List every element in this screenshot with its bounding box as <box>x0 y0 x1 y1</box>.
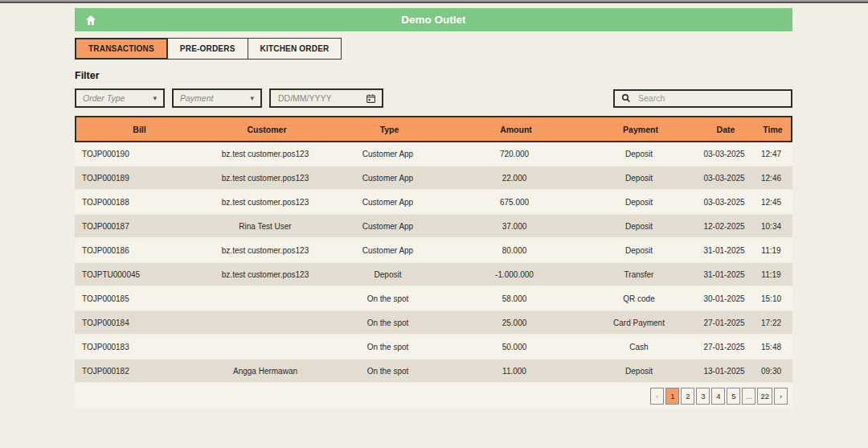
cell-type: Customer App <box>330 166 446 189</box>
search-input[interactable] <box>637 92 784 104</box>
cell-time: 12:47 <box>753 142 789 165</box>
cell-bill: TOJP000189 <box>75 166 201 189</box>
cell-time: 15:48 <box>753 335 789 358</box>
table-row[interactable]: TOJP000188 bz.test customer.pos123 Custo… <box>75 191 792 213</box>
table-row[interactable]: TOJP000184 On the spot 25.000 Card Payme… <box>75 311 792 334</box>
cell-customer: bz.test customer.pos123 <box>201 239 330 261</box>
cell-customer <box>201 311 330 334</box>
chevron-down-icon: ▾ <box>153 94 157 102</box>
window-edge-strip <box>0 0 868 3</box>
pagination-page-1[interactable]: 1 <box>665 388 679 405</box>
order-type-select[interactable]: Order Type ▾ <box>75 88 165 108</box>
pagination-page-5[interactable]: 5 <box>727 388 740 405</box>
cell-date: 27-01-2025 <box>695 335 753 358</box>
home-icon <box>84 14 97 27</box>
cell-type: Deposit <box>330 263 446 286</box>
cell-bill: TOJP000186 <box>75 239 201 261</box>
column-header-bill: Bill <box>76 117 203 141</box>
cell-time: 11:19 <box>753 239 789 261</box>
cell-payment: Deposit <box>583 166 695 189</box>
cell-bill: TOJPTU000045 <box>75 263 201 286</box>
cell-payment: Deposit <box>583 142 695 165</box>
cell-date: 30-01-2025 <box>695 287 753 310</box>
cell-time: 09:30 <box>753 360 789 382</box>
search-icon <box>621 93 631 103</box>
cell-amount: 720.000 <box>446 142 583 165</box>
pagination-prev-button[interactable]: ‹ <box>650 388 664 405</box>
cell-date: 13-01-2025 <box>695 360 753 382</box>
cell-payment: Deposit <box>583 191 695 213</box>
cell-amount: 25.000 <box>446 311 583 334</box>
table-row[interactable]: TOJP000189 bz.test customer.pos123 Custo… <box>75 166 792 189</box>
cell-amount: 675.000 <box>446 191 583 213</box>
cell-customer <box>201 287 330 310</box>
cell-time: 15:10 <box>753 287 789 310</box>
pagination-page-4[interactable]: 4 <box>711 388 725 405</box>
cell-time: 11:19 <box>753 263 789 286</box>
app-header: Demo Outlet <box>75 8 792 31</box>
home-button[interactable] <box>82 11 100 29</box>
cell-bill: TOJP000185 <box>75 287 201 310</box>
tab-transactions[interactable]: TRANSACTIONS <box>75 38 168 60</box>
pagination-next-button[interactable]: › <box>774 388 788 405</box>
pagination: ‹ 1 2 3 4 5 ... 22 › <box>649 388 788 405</box>
cell-type: Customer App <box>330 191 446 213</box>
column-header-customer: Customer <box>203 117 331 141</box>
payment-select[interactable]: Payment ▾ <box>172 88 262 108</box>
tab-pre-orders[interactable]: PRE-ORDERS <box>167 38 248 60</box>
cell-amount: 50.000 <box>446 335 583 358</box>
cell-date: 03-03-2025 <box>695 166 753 189</box>
cell-date: 03-03-2025 <box>695 191 753 213</box>
page-title: Demo Outlet <box>75 14 792 26</box>
table-row[interactable]: TOJPTU000045 bz.test customer.pos123 Dep… <box>75 263 792 286</box>
search-box[interactable] <box>613 89 792 108</box>
tab-kitchen-order[interactable]: KITCHEN ORDER <box>248 38 342 60</box>
calendar-icon[interactable] <box>366 93 376 104</box>
cell-customer: Rina Test User <box>201 215 330 237</box>
cell-amount: -1.000.000 <box>446 263 583 286</box>
cell-type: Customer App <box>330 142 446 165</box>
cell-payment: Card Payment <box>583 311 695 334</box>
pagination-page-3[interactable]: 3 <box>696 388 710 405</box>
column-header-time: Time <box>755 117 791 141</box>
table-row[interactable]: TOJP000190 bz.test customer.pos123 Custo… <box>75 142 792 165</box>
app-container: Demo Outlet TRANSACTIONS PRE-ORDERS KITC… <box>75 8 792 409</box>
cell-type: On the spot <box>330 287 446 310</box>
cell-amount: 80.000 <box>446 239 583 261</box>
table-header-row: Bill Customer Type Amount Payment Date T… <box>75 116 792 142</box>
cell-type: On the spot <box>330 311 446 334</box>
filter-heading: Filter <box>75 70 792 81</box>
payment-placeholder: Payment <box>180 93 213 103</box>
cell-type: On the spot <box>330 335 446 358</box>
date-input[interactable] <box>276 92 353 104</box>
cell-customer: Angga Hermawan <box>201 360 330 382</box>
cell-bill: TOJP000183 <box>75 335 201 358</box>
cell-date: 27-01-2025 <box>695 311 753 334</box>
cell-amount: 37.000 <box>446 215 583 237</box>
pagination-ellipsis[interactable]: ... <box>742 388 755 405</box>
filter-row: Order Type ▾ Payment ▾ <box>75 88 792 108</box>
cell-bill: TOJP000187 <box>75 215 201 237</box>
table-row[interactable]: TOJP000182 Angga Hermawan On the spot 11… <box>75 360 792 382</box>
cell-time: 17:22 <box>753 311 789 334</box>
table-row[interactable]: TOJP000186 bz.test customer.pos123 Custo… <box>75 239 792 261</box>
cell-time: 10:34 <box>753 215 789 237</box>
pagination-page-22[interactable]: 22 <box>757 388 772 405</box>
table-row[interactable]: TOJP000185 On the spot 58.000 QR code 30… <box>75 287 792 310</box>
cell-customer: bz.test customer.pos123 <box>201 191 330 213</box>
cell-time: 12:45 <box>753 191 789 213</box>
table-row[interactable]: TOJP000183 On the spot 50.000 Cash 27-01… <box>75 335 792 358</box>
cell-customer <box>201 335 330 358</box>
cell-date: 31-01-2025 <box>695 263 753 286</box>
cell-bill: TOJP000188 <box>75 191 201 213</box>
cell-bill: TOJP000184 <box>75 311 201 334</box>
table-footer: ‹ 1 2 3 4 5 ... 22 › <box>75 384 792 409</box>
cell-payment: Cash <box>583 335 695 358</box>
table-row[interactable]: TOJP000187 Rina Test User Customer App 3… <box>75 215 792 237</box>
cell-customer: bz.test customer.pos123 <box>201 263 330 286</box>
column-header-date: Date <box>697 117 755 141</box>
date-filter-field[interactable] <box>269 88 383 108</box>
cell-type: Customer App <box>330 215 446 237</box>
column-header-amount: Amount <box>448 117 584 141</box>
pagination-page-2[interactable]: 2 <box>681 388 694 405</box>
